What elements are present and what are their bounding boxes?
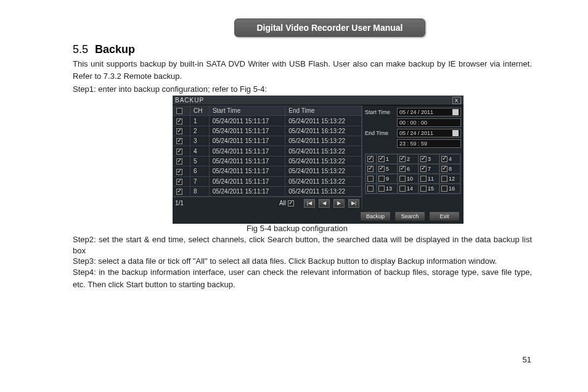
cell-start: 05/24/2011 15:11:17: [209, 186, 285, 196]
row-checkbox[interactable]: [176, 118, 182, 125]
master-checkbox[interactable]: [367, 176, 374, 182]
channel-checkbox[interactable]: [378, 176, 385, 182]
backup-button[interactable]: Backup: [360, 211, 391, 221]
channel-checkbox[interactable]: [420, 166, 427, 172]
start-time-input[interactable]: 00 : 00 : 00: [397, 118, 461, 127]
channel-checkbox[interactable]: [399, 176, 406, 182]
row-checkbox[interactable]: [176, 179, 182, 185]
channel-number: 13: [386, 186, 392, 192]
end-date-input[interactable]: 05 / 24 / 2011: [397, 129, 461, 137]
step4-text: Step4: in the backup information interfa…: [73, 266, 532, 290]
search-button[interactable]: Search: [394, 211, 425, 221]
prev-page-button[interactable]: ◀: [319, 199, 330, 208]
channel-cell[interactable]: 16: [439, 184, 460, 194]
step3-text: Step3: select a data file or tick off "A…: [73, 256, 532, 267]
next-page-button[interactable]: ▶: [333, 199, 345, 208]
channel-checkbox[interactable]: [420, 156, 427, 162]
table-row[interactable]: 205/24/2011 15:11:1705/24/2011 16:13:22: [173, 126, 362, 136]
channel-checkbox[interactable]: [378, 166, 385, 172]
master-checkbox[interactable]: [367, 166, 374, 172]
channel-number: 2: [407, 156, 410, 162]
intro-paragraph: This unit supports backup by built-in SA…: [73, 58, 532, 82]
last-page-button[interactable]: ▶|: [348, 199, 359, 208]
select-all-checkbox[interactable]: [176, 108, 182, 114]
start-time-value: 00 : 00 : 00: [399, 120, 427, 126]
channel-cell[interactable]: 9: [377, 174, 398, 184]
channel-number: 12: [449, 176, 455, 182]
cell-end: 05/24/2011 15:13:22: [285, 166, 362, 176]
calendar-icon[interactable]: [452, 130, 459, 136]
channel-checkbox[interactable]: [441, 156, 447, 162]
channel-cell[interactable]: 6: [398, 164, 419, 174]
channel-checkbox[interactable]: [441, 186, 447, 192]
table-row[interactable]: 505/24/2011 15:11:1705/24/2011 15:13:22: [173, 156, 362, 166]
channel-number: 14: [407, 186, 413, 192]
section-title-text: Backup: [95, 43, 135, 55]
col-end: End Time: [285, 106, 362, 116]
row-checkbox[interactable]: [176, 169, 182, 175]
page-number: 51: [523, 355, 531, 364]
channel-cell[interactable]: 1: [377, 154, 398, 164]
channel-checkbox[interactable]: [441, 166, 447, 172]
end-date-value: 05 / 24 / 2011: [399, 130, 433, 136]
channel-checkbox[interactable]: [420, 186, 427, 192]
table-row[interactable]: 705/24/2011 15:11:1705/24/2011 15:13:22: [173, 176, 362, 186]
backup-list-pane: CH Start Time End Time 105/24/2011 15:11…: [173, 105, 362, 209]
channel-cell[interactable]: 2: [398, 154, 419, 164]
table-row[interactable]: 305/24/2011 15:11:1705/24/2011 15:13:22: [173, 136, 362, 146]
channel-row-master[interactable]: [365, 164, 377, 174]
exit-button[interactable]: Exit: [429, 211, 460, 221]
table-row[interactable]: 405/24/2011 15:11:1705/24/2011 15:13:22: [173, 146, 362, 156]
channel-cell[interactable]: 11: [419, 174, 439, 184]
channel-cell[interactable]: 3: [419, 154, 439, 164]
row-checkbox[interactable]: [176, 128, 182, 134]
cell-ch: 4: [190, 146, 210, 156]
cell-start: 05/24/2011 15:11:17: [209, 156, 285, 166]
channel-cell[interactable]: 5: [377, 164, 398, 174]
channel-checkbox[interactable]: [399, 166, 406, 172]
end-time-label: End Time: [365, 130, 394, 136]
channel-cell[interactable]: 15: [419, 184, 439, 194]
row-checkbox[interactable]: [176, 158, 182, 165]
channel-row-master[interactable]: [365, 184, 377, 194]
col-ch: CH: [190, 106, 210, 116]
end-time-value: 23 : 59 : 59: [399, 141, 427, 147]
cell-end: 05/24/2011 15:13:22: [285, 156, 362, 166]
table-row[interactable]: 805/24/2011 15:11:1705/24/2011 15:13:22: [173, 186, 362, 196]
channel-checkbox[interactable]: [399, 186, 406, 192]
master-checkbox[interactable]: [367, 156, 374, 162]
channel-cell[interactable]: 14: [398, 184, 419, 194]
calendar-icon[interactable]: [452, 109, 459, 115]
table-row[interactable]: 105/24/2011 15:11:1705/24/2011 15:13:22: [173, 116, 362, 126]
channel-cell[interactable]: 7: [419, 164, 439, 174]
close-button[interactable]: X: [452, 97, 461, 104]
first-page-button[interactable]: |◀: [304, 199, 315, 208]
channel-number: 3: [428, 156, 431, 162]
filter-pane: Start Time 05 / 24 / 2011 00 : 00 : 00 E…: [362, 105, 463, 209]
col-start: Start Time: [209, 106, 285, 116]
channel-checkbox[interactable]: [378, 186, 385, 192]
channel-row-master[interactable]: [365, 174, 377, 184]
cell-ch: 7: [190, 176, 210, 186]
channel-cell[interactable]: 4: [439, 154, 460, 164]
channel-row-master[interactable]: [365, 154, 377, 164]
row-checkbox[interactable]: [176, 189, 182, 195]
table-row[interactable]: 605/24/2011 15:11:1705/24/2011 15:13:22: [173, 166, 362, 176]
row-checkbox[interactable]: [176, 149, 182, 155]
channel-checkbox[interactable]: [378, 156, 385, 162]
channel-cell[interactable]: 8: [439, 164, 460, 174]
all-label: All: [279, 200, 286, 206]
channel-cell[interactable]: 12: [439, 174, 460, 184]
channel-checkbox[interactable]: [441, 176, 447, 182]
channel-cell[interactable]: 10: [398, 174, 419, 184]
channel-checkbox[interactable]: [420, 176, 427, 182]
end-time-input[interactable]: 23 : 59 : 59: [397, 139, 461, 148]
row-checkbox[interactable]: [176, 138, 182, 144]
channel-checkbox[interactable]: [399, 156, 406, 162]
cell-end: 05/24/2011 16:13:22: [285, 126, 362, 136]
master-checkbox[interactable]: [367, 186, 374, 192]
all-checkbox[interactable]: [288, 200, 294, 206]
start-date-input[interactable]: 05 / 24 / 2011: [397, 108, 461, 116]
channel-cell[interactable]: 13: [377, 184, 398, 194]
start-time-label: Start Time: [365, 109, 394, 115]
